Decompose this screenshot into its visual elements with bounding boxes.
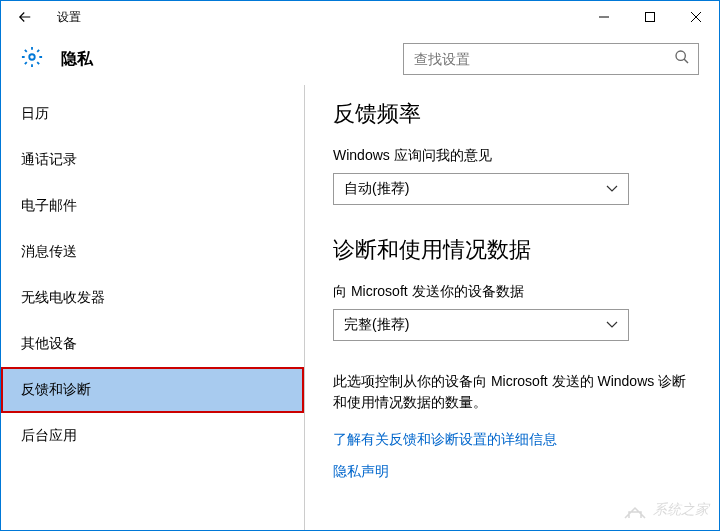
feedback-frequency-dropdown[interactable]: 自动(推荐) [333, 173, 629, 205]
gear-icon [21, 46, 43, 72]
section-title-diagnostics: 诊断和使用情况数据 [333, 235, 691, 265]
dropdown-value: 完整(推荐) [344, 316, 409, 334]
sidebar-item-messaging[interactable]: 消息传送 [1, 229, 304, 275]
search-icon [674, 49, 690, 69]
sidebar-item-email[interactable]: 电子邮件 [1, 183, 304, 229]
search-input[interactable] [414, 51, 674, 67]
diagnostics-description: 此选项控制从你的设备向 Microsoft 发送的 Windows 诊断和使用情… [333, 371, 691, 413]
sidebar-item-calendar[interactable]: 日历 [1, 91, 304, 137]
back-button[interactable] [9, 1, 41, 33]
sidebar-item-radios[interactable]: 无线电收发器 [1, 275, 304, 321]
chevron-down-icon [606, 183, 618, 195]
titlebar: 设置 [1, 1, 719, 33]
app-title: 设置 [57, 9, 81, 26]
sidebar: 日历 通话记录 电子邮件 消息传送 无线电收发器 其他设备 反馈和诊断 后台应用 [1, 85, 305, 530]
maximize-button[interactable] [627, 1, 673, 33]
sidebar-item-call-history[interactable]: 通话记录 [1, 137, 304, 183]
arrow-left-icon [16, 8, 34, 26]
sidebar-item-background-apps[interactable]: 后台应用 [1, 413, 304, 459]
privacy-statement-link[interactable]: 隐私声明 [333, 463, 691, 481]
svg-rect-0 [646, 13, 655, 22]
learn-more-link[interactable]: 了解有关反馈和诊断设置的详细信息 [333, 431, 691, 449]
page-title: 隐私 [61, 49, 93, 70]
sidebar-item-feedback-diagnostics[interactable]: 反馈和诊断 [1, 367, 304, 413]
section-title-feedback: 反馈频率 [333, 99, 691, 129]
minimize-button[interactable] [581, 1, 627, 33]
sidebar-item-other-devices[interactable]: 其他设备 [1, 321, 304, 367]
search-box[interactable] [403, 43, 699, 75]
close-button[interactable] [673, 1, 719, 33]
feedback-frequency-label: Windows 应询问我的意见 [333, 147, 691, 165]
header: 隐私 [1, 33, 719, 85]
minimize-icon [599, 12, 609, 22]
diagnostics-label: 向 Microsoft 发送你的设备数据 [333, 283, 691, 301]
chevron-down-icon [606, 319, 618, 331]
close-icon [691, 12, 701, 22]
main-content: 反馈频率 Windows 应询问我的意见 自动(推荐) 诊断和使用情况数据 向 … [305, 85, 719, 530]
diagnostics-dropdown[interactable]: 完整(推荐) [333, 309, 629, 341]
svg-point-1 [29, 54, 35, 60]
dropdown-value: 自动(推荐) [344, 180, 409, 198]
maximize-icon [645, 12, 655, 22]
svg-point-2 [676, 51, 685, 60]
